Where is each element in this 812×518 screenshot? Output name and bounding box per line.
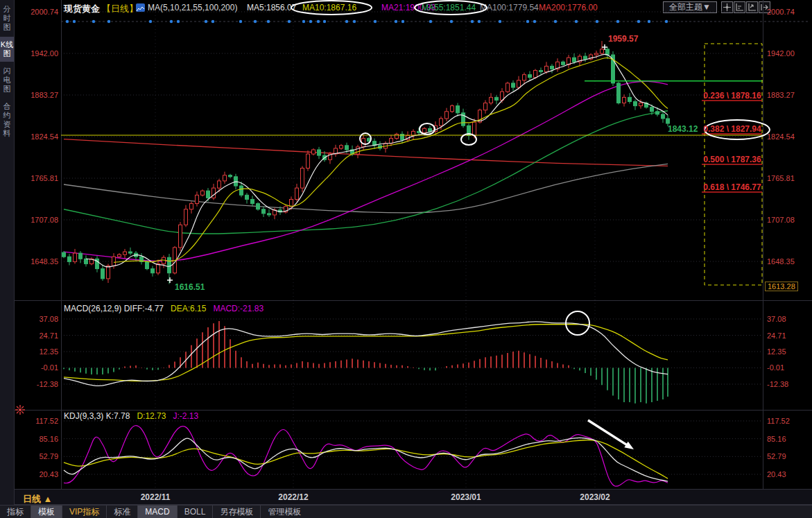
signal-dot	[323, 20, 326, 23]
price-axis-label: 1824.54	[767, 132, 795, 141]
sun-marker-icon	[17, 411, 19, 413]
price-axis-label: 1648.35	[21, 257, 58, 266]
macd-axis-label: 24.71	[21, 331, 58, 340]
kdj-axis-label: 52.79	[21, 452, 58, 460]
signal-dot	[395, 20, 397, 23]
macd-head-seg-1: MACD(26,12,9) DIFF:-4.77	[64, 304, 164, 313]
signal-dot	[637, 20, 640, 23]
signal-dot	[665, 20, 668, 23]
tab-7[interactable]: 另存模板	[212, 506, 260, 518]
kdj-head-seg-2: D:12.73	[137, 411, 166, 421]
signal-dot	[302, 20, 305, 23]
macd-axis-label: 12.35	[21, 347, 58, 356]
period-dropdown[interactable]: 日线 ▲	[23, 493, 52, 506]
kdj-panel-header: KDJ(9,3,3) K:7.78D:12.73J:-2.13	[64, 411, 205, 421]
hand-drawn-circle	[415, 1, 487, 15]
ma-line-MA21	[64, 81, 668, 261]
tab-2[interactable]: 模板	[31, 506, 62, 518]
signal-dot	[211, 20, 214, 23]
last-price-annotation: 1843.12	[668, 124, 698, 134]
last-price-axis-label: 1613.28	[765, 282, 798, 291]
tab-4[interactable]: 标准	[106, 506, 137, 518]
date-label: 2022/11	[128, 492, 183, 502]
trading-app: 分时图K线图闪电图合约资料 现货黄金 【日线】 MA(5,10,21,55,10…	[0, 0, 812, 518]
macd-axis-label: -0.01	[767, 363, 784, 372]
price-axis-label: 2000.74	[767, 8, 795, 16]
price-axis-label: 1883.27	[767, 91, 795, 99]
macd-axis-label: 37.08	[767, 315, 786, 323]
price-axis-label: 1707.08	[767, 216, 795, 224]
sun-marker-icon	[21, 411, 24, 413]
price-axis-label: 1765.81	[767, 174, 795, 182]
kdj-axis-label: 85.16	[21, 435, 58, 443]
signal-dot	[575, 20, 578, 23]
sun-marker-icon	[17, 406, 19, 408]
signal-dot	[73, 20, 76, 23]
signal-dot	[267, 20, 270, 23]
macd-axis-label: -12.38	[767, 380, 788, 388]
signal-dot	[533, 20, 536, 23]
macd-panel-header: MACD(26,12,9) DIFF:-4.77DEA:6.15MACD:-21…	[64, 304, 270, 313]
chart-canvas[interactable]	[0, 0, 812, 518]
signal-dot	[309, 20, 312, 23]
signal-dot	[170, 20, 173, 23]
signal-dot	[648, 20, 650, 23]
macd-head-seg-3: MACD:-21.83	[213, 304, 264, 313]
price-axis-label: 1707.08	[21, 216, 58, 224]
fib-level-label: 0.500 \ 1787.36	[702, 155, 763, 164]
hand-drawn-circle	[291, 1, 372, 15]
date-label: 2023/02	[567, 492, 623, 502]
kdj-axis-label: 117.52	[21, 417, 58, 425]
signal-dot	[345, 20, 348, 23]
signal-dot	[317, 20, 320, 23]
signal-dot	[177, 20, 180, 23]
tab-1[interactable]: 指标	[0, 506, 31, 518]
price-axis-label: 1942.00	[21, 49, 58, 58]
down-arrow-head	[624, 442, 634, 449]
price-axis-label: 1883.27	[21, 91, 58, 99]
bottom-tab-bar: 指标模板VIP指标标准MACDBOLL另存模板管理模板	[0, 505, 812, 518]
signal-dot	[429, 20, 432, 23]
tab-8[interactable]: 管理模板	[260, 506, 308, 518]
ma-line-MA55	[64, 111, 668, 234]
price-axis-label: 1648.35	[767, 257, 795, 266]
signal-dot	[92, 20, 95, 23]
signal-dot	[499, 20, 501, 23]
ma-line-MA10	[114, 58, 668, 262]
kdj-head-seg-3: J:-2.13	[173, 411, 198, 421]
fib-level-label: 0.618 \ 1746.77	[702, 182, 763, 192]
signal-dot	[401, 20, 404, 23]
ma-line-MA100	[64, 164, 668, 212]
signal-dot	[374, 20, 377, 23]
high-price-annotation: 1959.57	[608, 34, 638, 44]
signal-dot	[353, 20, 356, 23]
macd-axis-label: 12.35	[767, 347, 786, 356]
fib-level-label: 0.236 \ 1878.16	[702, 91, 763, 101]
tab-5[interactable]: MACD	[137, 506, 176, 518]
kdj-axis-label: 20.43	[767, 470, 786, 478]
ma-line-MA200	[64, 139, 668, 166]
signal-dot	[471, 20, 474, 23]
signal-dot	[616, 20, 619, 23]
tab-6[interactable]: BOLL	[177, 506, 213, 518]
down-arrow	[588, 420, 628, 446]
signal-dot	[205, 20, 207, 23]
price-axis-label: 1765.81	[21, 174, 58, 182]
signal-dot	[254, 20, 257, 23]
diff-line	[64, 322, 668, 386]
sun-marker-icon	[21, 406, 24, 408]
date-label: 2022/12	[266, 492, 321, 502]
kdj-axis-label: 117.52	[767, 417, 790, 425]
kdj-head-seg-1: KDJ(9,3,3) K:7.78	[64, 411, 130, 421]
signal-dot	[478, 20, 481, 23]
signal-dot	[239, 20, 242, 23]
fib-level-label: 0.382 \ 1827.94	[702, 124, 763, 134]
kdj-axis-label: 85.16	[767, 435, 786, 443]
date-label: 2023/01	[438, 492, 494, 502]
kdj-axis-label: 20.43	[21, 470, 58, 478]
signal-dot	[288, 20, 291, 23]
tab-3[interactable]: VIP指标	[62, 506, 106, 518]
signal-dot	[149, 20, 152, 23]
macd-axis-label: -0.01	[21, 363, 58, 372]
kdj-axis-label: 52.79	[767, 452, 786, 460]
